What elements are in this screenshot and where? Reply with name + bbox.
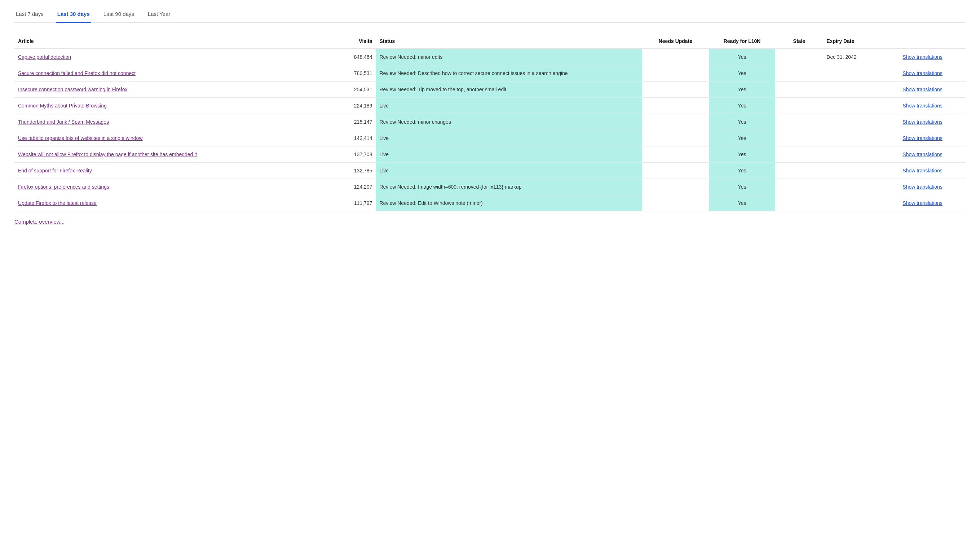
article-link[interactable]: Use tabs to organize lots of websites in… [18, 135, 143, 141]
status-cell: Live [376, 130, 642, 147]
show-translations-link[interactable]: Show translations [902, 184, 942, 190]
action-cell: Show translations [899, 147, 966, 163]
time-tab-last-30-days[interactable]: Last 30 days [56, 7, 91, 23]
expiry-date-cell [823, 163, 899, 179]
stale-cell [775, 130, 823, 147]
status-cell: Review Needed: minor edits [376, 49, 642, 65]
table-row: End of support for Firefox Reality132,78… [14, 163, 966, 179]
article-link[interactable]: Update Firefox to the latest release [18, 200, 97, 206]
action-cell: Show translations [899, 195, 966, 211]
action-cell: Show translations [899, 98, 966, 114]
table-row: Use tabs to organize lots of websites in… [14, 130, 966, 147]
needs-update-cell [642, 49, 709, 65]
show-translations-link[interactable]: Show translations [902, 119, 942, 125]
needs-update-cell [642, 130, 709, 147]
needs-update-cell [642, 114, 709, 130]
action-cell: Show translations [899, 49, 966, 65]
action-cell: Show translations [899, 130, 966, 147]
stale-cell [775, 147, 823, 163]
action-cell: Show translations [899, 114, 966, 130]
col-header-needs-update: Needs Update [642, 34, 709, 49]
status-cell: Live [376, 147, 642, 163]
complete-overview-link[interactable]: Complete overview... [14, 219, 65, 225]
action-cell: Show translations [899, 163, 966, 179]
needs-update-cell [642, 147, 709, 163]
show-translations-link[interactable]: Show translations [902, 168, 942, 174]
col-header-action [899, 34, 966, 49]
col-header-article: Article [14, 34, 300, 49]
stale-cell [775, 65, 823, 81]
show-translations-link[interactable]: Show translations [902, 135, 942, 141]
stale-cell [775, 195, 823, 211]
expiry-date-cell [823, 195, 899, 211]
status-cell: Live [376, 98, 642, 114]
needs-update-cell [642, 81, 709, 98]
time-tab-last-year[interactable]: Last Year [146, 7, 172, 23]
status-cell: Review Needed: Tip moved to the top, ano… [376, 81, 642, 98]
ready-l10n-cell: Yes [709, 49, 776, 65]
expiry-date-cell [823, 179, 899, 195]
visits-cell: 124,207 [300, 179, 376, 195]
expiry-date-cell [823, 147, 899, 163]
ready-l10n-cell: Yes [709, 195, 776, 211]
table-row: Website will not allow Firefox to displa… [14, 147, 966, 163]
show-translations-link[interactable]: Show translations [902, 54, 942, 60]
article-link[interactable]: End of support for Firefox Reality [18, 168, 92, 174]
article-link[interactable]: Secure connection failed and Firefox did… [18, 70, 135, 76]
stale-cell [775, 49, 823, 65]
col-header-expiry-date: Expiry Date [823, 34, 899, 49]
stale-cell [775, 81, 823, 98]
article-link[interactable]: Firefox options, preferences and setting… [18, 184, 109, 190]
expiry-date-cell [823, 114, 899, 130]
ready-l10n-cell: Yes [709, 163, 776, 179]
status-cell: Review Needed: Described how to correct … [376, 65, 642, 81]
col-header-status: Status [376, 34, 642, 49]
show-translations-link[interactable]: Show translations [902, 200, 942, 206]
article-link[interactable]: Common Myths about Private Browsing [18, 103, 107, 108]
ready-l10n-cell: Yes [709, 179, 776, 195]
article-link[interactable]: Thunderbird and Junk / Spam Messages [18, 119, 109, 125]
action-cell: Show translations [899, 65, 966, 81]
ready-l10n-cell: Yes [709, 114, 776, 130]
show-translations-link[interactable]: Show translations [902, 70, 942, 76]
visits-cell: 215,147 [300, 114, 376, 130]
ready-l10n-cell: Yes [709, 65, 776, 81]
stale-cell [775, 98, 823, 114]
expiry-date-cell [823, 130, 899, 147]
table-row: Captive portal detection848,464Review Ne… [14, 49, 966, 65]
time-tab-last-90-days[interactable]: Last 90 days [102, 7, 135, 23]
visits-cell: 142,414 [300, 130, 376, 147]
ready-l10n-cell: Yes [709, 130, 776, 147]
status-cell: Review Needed: minor changes [376, 114, 642, 130]
action-cell: Show translations [899, 179, 966, 195]
table-row: Update Firefox to the latest release111,… [14, 195, 966, 211]
visits-cell: 224,189 [300, 98, 376, 114]
table-row: Common Myths about Private Browsing224,1… [14, 98, 966, 114]
stale-cell [775, 163, 823, 179]
status-cell: Live [376, 163, 642, 179]
article-link[interactable]: Website will not allow Firefox to displa… [18, 152, 197, 157]
expiry-date-cell [823, 81, 899, 98]
visits-cell: 254,531 [300, 81, 376, 98]
article-link[interactable]: Captive portal detection [18, 54, 71, 60]
show-translations-link[interactable]: Show translations [902, 86, 942, 93]
col-header-visits: Visits [300, 34, 376, 49]
show-translations-link[interactable]: Show translations [902, 103, 942, 108]
ready-l10n-cell: Yes [709, 98, 776, 114]
table-row: Firefox options, preferences and setting… [14, 179, 966, 195]
table-row: Insecure connection password warning in … [14, 81, 966, 98]
visits-cell: 848,464 [300, 49, 376, 65]
expiry-date-cell: Dec 31, 2042 [823, 49, 899, 65]
show-translations-link[interactable]: Show translations [902, 152, 942, 157]
needs-update-cell [642, 195, 709, 211]
table-row: Thunderbird and Junk / Spam Messages215,… [14, 114, 966, 130]
col-header-stale: Stale [775, 34, 823, 49]
time-tab-last-7-days[interactable]: Last 7 days [14, 7, 45, 23]
status-cell: Review Needed: Image width=600; removed … [376, 179, 642, 195]
status-cell: Review Needed: Edit to Windows note (min… [376, 195, 642, 211]
visits-cell: 111,797 [300, 195, 376, 211]
needs-update-cell [642, 163, 709, 179]
expiry-date-cell [823, 98, 899, 114]
stale-cell [775, 114, 823, 130]
article-link[interactable]: Insecure connection password warning in … [18, 86, 128, 93]
